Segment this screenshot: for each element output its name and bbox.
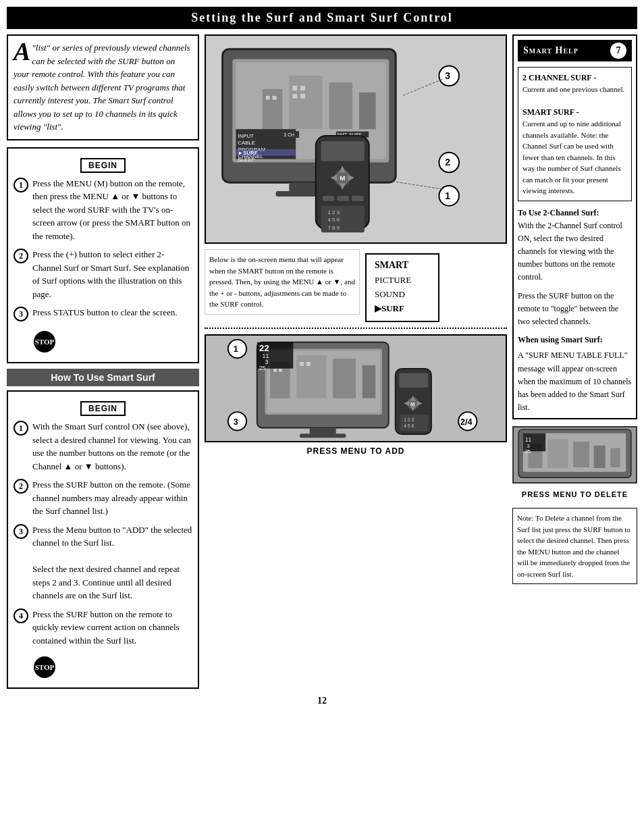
smart-menu-area: SMART PICTURE SOUND ▶SURF (365, 249, 507, 322)
svg-text:22: 22 (259, 344, 270, 354)
svg-rect-59 (300, 362, 304, 366)
svg-rect-54 (296, 356, 326, 398)
channel-info-box: 2 CHANNEL SURF - Current and one previou… (518, 67, 632, 201)
step-2-1: 1 With the Smart Surf control ON (see ab… (14, 420, 192, 473)
svg-text:4 5 6: 4 5 6 (404, 424, 414, 429)
below-smart-text: Below is the on-screen menu that will ap… (205, 249, 360, 315)
svg-text:1: 1 (445, 190, 450, 201)
svg-rect-11 (292, 94, 297, 99)
smart-help-use-title: To Use 2-Channel Surf: (518, 208, 599, 217)
step-num-2-4: 4 (14, 608, 28, 623)
svg-text:CABLE: CABLE (238, 140, 255, 146)
step-num-2: 2 (14, 249, 28, 263)
step-num-2-1: 1 (14, 421, 28, 436)
section1-steps: BEGIN 1 Press the MENU (M) button on the… (7, 147, 199, 364)
svg-rect-35 (323, 196, 335, 201)
delete-note: Note: To Delete a channel from the Surf … (512, 508, 637, 584)
begin-badge-1: BEGIN (80, 158, 126, 173)
step-2-3: 3 Press the Menu button to "ADD" the sel… (14, 523, 192, 602)
step-text-1: Press the MENU (M) button on the remote,… (32, 177, 192, 243)
svg-text:2 CH: 2 CH (284, 132, 294, 137)
step-text-2: Press the (+) button to select either 2-… (32, 248, 192, 301)
ch-desc-2ch: Current and one previous channel. (522, 84, 627, 95)
svg-rect-57 (273, 369, 277, 372)
svg-rect-90 (594, 446, 606, 468)
step-text-3: Press STATUS button to clear the screen. (32, 306, 192, 319)
svg-text:35: 35 (525, 448, 531, 454)
svg-text:►SURF: ►SURF (238, 150, 257, 156)
svg-text:3: 3 (234, 417, 238, 427)
smart-help-icon: 7 (610, 43, 626, 59)
svg-rect-8 (273, 96, 277, 100)
svg-rect-58 (279, 369, 282, 372)
svg-rect-56 (363, 365, 376, 398)
center-mid-row: Below is the on-screen menu that will ap… (205, 249, 507, 322)
stop-badge-1: STOP (34, 331, 55, 353)
smart-help-paragraph-1: To Use 2-Channel Surf: With the 2-Channe… (518, 207, 632, 284)
smart-help-paragraph-2: Press the SURF button on the remote to "… (518, 290, 632, 329)
drop-cap: A (14, 41, 30, 61)
svg-text:7 8 9: 7 8 9 (328, 225, 340, 231)
svg-rect-66 (310, 428, 336, 435)
smart-menu-title: SMART (375, 260, 430, 271)
step-text-2-1: With the Smart Surf control ON (see abov… (32, 420, 192, 473)
smart-menu-item-picture: PICTURE (375, 273, 430, 288)
smart-help-text-2: Press the SURF button on the remote to "… (518, 291, 618, 326)
intro-box: A "list" or series of previously viewed … (7, 34, 199, 140)
smart-help-text-1: With the 2-Channel Surf control ON, sele… (518, 221, 622, 282)
svg-text:4 5 6: 4 5 6 (328, 217, 340, 223)
svg-text:M: M (340, 174, 345, 182)
svg-rect-55 (333, 359, 356, 399)
stop-badge-2: STOP (34, 656, 55, 678)
svg-rect-36 (337, 196, 349, 201)
svg-text:SLEEP: SLEEP (238, 157, 254, 163)
svg-text:25: 25 (259, 365, 266, 371)
ch-desc-smart: Current and up to nine additional channe… (522, 118, 627, 197)
page-number: 12 (7, 696, 637, 706)
small-tv-svg: 11 3 35 (514, 427, 636, 482)
step-text-2-3: Press the Menu button to "ADD" the selec… (32, 523, 192, 602)
svg-line-49 (402, 79, 442, 96)
svg-rect-12 (300, 94, 305, 99)
svg-text:2: 2 (445, 157, 450, 167)
step-num-1: 1 (14, 178, 28, 192)
svg-rect-69 (399, 373, 428, 388)
right-delete-area: 11 3 35 PRESS MENU TO DELETE Note: To De… (512, 426, 637, 584)
step-num-2-3: 3 (14, 524, 28, 539)
begin-badge-2: BEGIN (80, 401, 126, 416)
svg-text:INPUT: INPUT (238, 133, 254, 139)
press-menu-add-label: PRESS MENU TO ADD (205, 446, 507, 456)
svg-text:3: 3 (445, 70, 450, 81)
smart-menu-box: SMART PICTURE SOUND ▶SURF (365, 253, 439, 322)
dotted-divider (205, 328, 507, 329)
step-1-3: 3 Press STATUS button to clear the scree… (14, 306, 192, 321)
below-smart-text-area: Below is the on-screen menu that will ap… (205, 249, 360, 322)
svg-text:1: 1 (234, 345, 238, 355)
ch-title-2ch: 2 CHANNEL SURF - (522, 72, 627, 84)
ch-title-smart: SMART SURF - (522, 106, 627, 118)
step-1-2: 2 Press the (+) button to select either … (14, 248, 192, 301)
smart-help-box: Smart Help 7 2 CHANNEL SURF - Current an… (512, 34, 637, 419)
step-1-1: 1 Press the MENU (M) button on the remot… (14, 177, 192, 243)
center-column: INPUT CABLE PROGRAM CHANNEL ►SURF SLEEP … (205, 34, 507, 689)
smart-menu-item-surf: ▶SURF (375, 302, 430, 316)
svg-rect-4 (289, 76, 322, 129)
svg-text:2/4: 2/4 (460, 417, 473, 427)
svg-rect-37 (352, 196, 364, 201)
smart-help-text-4: A "SURF MENU TABLE FULL" message will ap… (518, 350, 631, 412)
svg-rect-7 (266, 96, 270, 100)
step-text-2-2: Press the SURF button on the remote. (So… (32, 478, 192, 518)
left-column: A "list" or series of previously viewed … (7, 34, 199, 689)
section2-header: How To Use Smart Surf (7, 369, 199, 386)
tv-bottom-svg: 22 11 3 25 M 1 2 (206, 336, 506, 441)
page: Setting the Surf and Smart Surf Control … (0, 0, 644, 834)
svg-text:1 2 3: 1 2 3 (404, 417, 414, 422)
step-num-3: 3 (14, 307, 28, 321)
smart-help-paragraph-3: When using Smart Surf: (518, 334, 632, 346)
svg-text:11: 11 (525, 436, 532, 443)
svg-rect-10 (300, 86, 305, 90)
svg-rect-91 (610, 448, 620, 468)
tv-top-illustration: INPUT CABLE PROGRAM CHANNEL ►SURF SLEEP … (205, 34, 507, 244)
section2-steps: BEGIN 1 With the Smart Surf control ON (… (7, 390, 199, 689)
step-text-2-4: Press the SURF button on the remote to q… (32, 608, 192, 648)
